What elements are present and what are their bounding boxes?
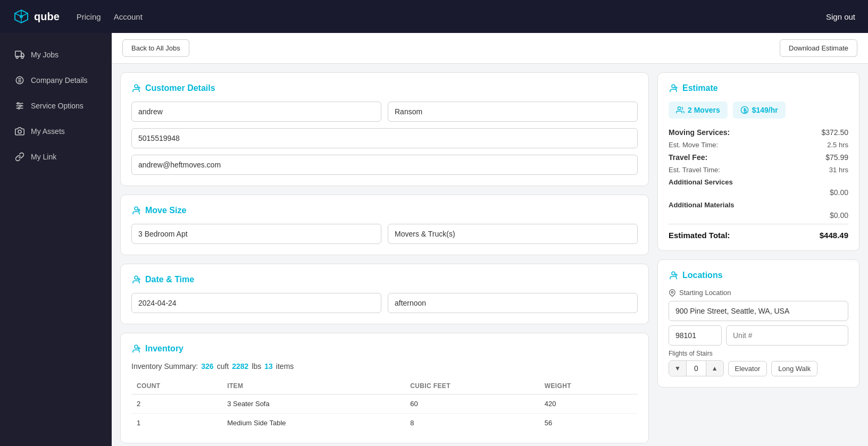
person-add-icon-3	[131, 275, 141, 284]
estimate-line-est-travel-time: Est. Travel Time: 31 hrs	[669, 166, 848, 174]
moving-services-label: Moving Services:	[669, 128, 730, 137]
additional-materials-line: $0.00	[669, 211, 848, 220]
stairs-label: Flights of Stairs	[669, 350, 848, 357]
long-walk-button[interactable]: Long Walk	[771, 361, 817, 376]
col-cuft: CUBIC FEET	[405, 378, 539, 394]
dollar-icon	[740, 106, 749, 114]
top-nav: qube Pricing Account Sign out	[0, 0, 868, 33]
topnav-left: qube Pricing Account	[13, 8, 143, 25]
est-travel-time-value: 31 hrs	[829, 166, 848, 174]
stairs-stepper: ▼ 0 ▲	[669, 360, 724, 376]
sliders-icon	[15, 101, 24, 111]
movers-badge: 2 Movers	[669, 102, 728, 119]
customer-details-card: Customer Details	[120, 72, 649, 186]
first-name-input[interactable]	[131, 102, 381, 122]
logo-icon	[13, 8, 30, 25]
date-input[interactable]	[131, 293, 381, 313]
sidebar-item-company-details[interactable]: Company Details	[4, 68, 107, 92]
estimate-card: Estimate 2 Movers	[657, 72, 859, 251]
starting-location-text: Starting Location	[679, 289, 731, 297]
time-input[interactable]	[388, 293, 638, 313]
inventory-card: Inventory Inventory Summary: 326 cuft 22…	[120, 333, 649, 443]
sidebar-item-service-options[interactable]: Service Options	[4, 94, 107, 118]
layout: My Jobs Company Details Service Options …	[0, 33, 868, 446]
customer-details-title: Customer Details	[131, 83, 638, 93]
truck-icon	[15, 50, 24, 60]
zip-input[interactable]	[669, 325, 722, 346]
movers-count: 2 Movers	[688, 106, 720, 114]
sidebar-item-my-jobs[interactable]: My Jobs	[4, 43, 107, 67]
logo: qube	[13, 8, 60, 25]
date-time-heading: Date & Time	[145, 275, 194, 284]
additional-materials-label: Additional Materials	[669, 201, 848, 209]
estimated-total-value: $448.49	[820, 231, 848, 240]
svg-point-24	[672, 85, 675, 88]
stairs-decrement-btn[interactable]: ▼	[669, 361, 686, 375]
est-move-time-label: Est. Move Time:	[669, 141, 718, 149]
sign-out-link[interactable]: Sign out	[826, 12, 855, 21]
cell-count: 1	[131, 414, 222, 433]
right-column: Estimate 2 Movers	[657, 72, 859, 443]
sidebar-item-my-assets[interactable]: My Assets	[4, 119, 107, 144]
phone-input[interactable]	[131, 128, 638, 148]
svg-point-10	[18, 107, 20, 109]
address-input[interactable]	[669, 301, 848, 321]
nav-account[interactable]: Account	[114, 12, 143, 21]
svg-point-11	[18, 130, 21, 133]
col-count: COUNT	[131, 378, 222, 394]
inventory-summary: Inventory Summary: 326 cuft 2282 lbs 13 …	[131, 362, 638, 371]
logo-text: qube	[34, 11, 60, 23]
est-move-time-value: 2.5 hrs	[827, 141, 848, 149]
inventory-cuft: 326	[201, 362, 213, 371]
sidebar-item-my-jobs-label: My Jobs	[31, 51, 59, 59]
camera-icon	[15, 127, 24, 136]
additional-services-value: $0.00	[830, 188, 848, 197]
person-add-icon-2	[131, 206, 141, 215]
moving-services-value: $372.50	[821, 128, 848, 137]
email-input[interactable]	[131, 155, 638, 175]
last-name-input[interactable]	[388, 102, 638, 122]
sidebar-item-company-details-label: Company Details	[31, 76, 88, 85]
cell-item: 3 Seater Sofa	[222, 394, 405, 414]
download-estimate-button[interactable]: Download Estimate	[780, 39, 857, 57]
unit-input[interactable]	[726, 325, 848, 346]
svg-point-2	[16, 56, 18, 58]
move-size-input[interactable]	[131, 224, 381, 244]
inventory-cuft-label: cuft	[217, 362, 229, 371]
inventory-items: 13	[264, 362, 273, 371]
svg-point-15	[135, 207, 138, 210]
inventory-lbs: 2282	[232, 362, 248, 371]
additional-services-line: $0.00	[669, 188, 848, 197]
rate-value: $149/hr	[752, 106, 778, 114]
service-type-input[interactable]	[388, 224, 638, 244]
elevator-button[interactable]: Elevator	[728, 361, 767, 376]
locations-card: Locations Starting Location Flights of S…	[657, 259, 859, 388]
move-size-row	[131, 224, 638, 244]
sidebar-item-my-assets-label: My Assets	[31, 127, 65, 136]
name-row	[131, 102, 638, 122]
back-button[interactable]: Back to All Jobs	[122, 39, 189, 57]
date-time-card: Date & Time	[120, 264, 649, 324]
locations-icon	[669, 271, 678, 280]
inventory-heading: Inventory	[145, 344, 183, 354]
svg-point-29	[672, 272, 675, 275]
inventory-table-header: COUNT ITEM CUBIC FEET WEIGHT	[131, 378, 638, 394]
cell-item: Medium Side Table	[222, 414, 405, 433]
inventory-summary-label: Inventory Summary:	[131, 362, 198, 371]
estimate-movers-row: 2 Movers $149/hr	[669, 102, 848, 119]
travel-fee-value: $75.99	[825, 153, 848, 162]
phone-row	[131, 128, 638, 148]
movers-icon	[676, 106, 685, 114]
left-column: Customer Details	[120, 72, 649, 443]
sidebar-item-my-link[interactable]: My Link	[4, 145, 107, 169]
estimated-total-label: Estimated Total:	[669, 231, 730, 240]
link-icon	[15, 152, 24, 162]
svg-point-27	[678, 107, 680, 110]
stairs-increment-btn[interactable]: ▲	[706, 361, 723, 375]
additional-services-label: Additional Services	[669, 178, 848, 186]
nav-pricing[interactable]: Pricing	[77, 12, 101, 21]
cell-count: 2	[131, 394, 222, 414]
customer-details-heading: Customer Details	[145, 83, 215, 93]
table-row: 1Medium Side Table856	[131, 414, 638, 433]
move-size-title: Move Size	[131, 206, 638, 215]
